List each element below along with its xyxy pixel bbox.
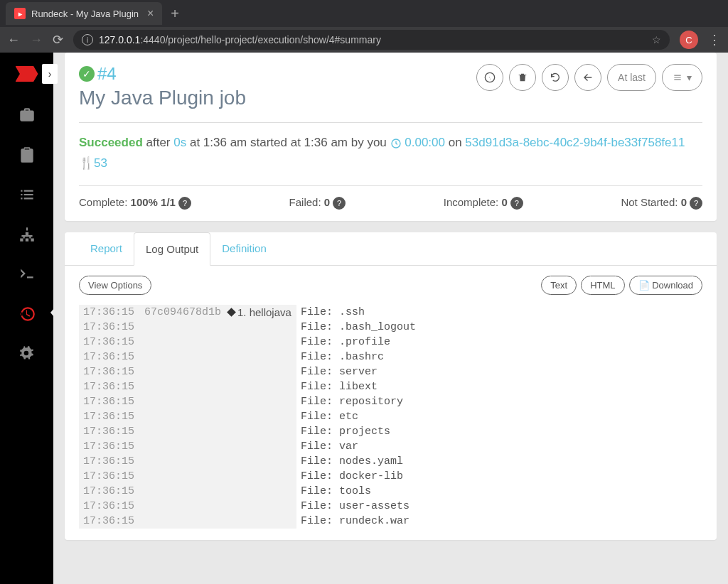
log-time: 17:36:15 [79,439,140,454]
log-step [224,320,296,335]
action-buttons: At last ▾ [476,64,702,91]
status-line: Succeeded after 0s at 1:36 am started at… [79,122,702,174]
sidebar-item-commands[interactable] [0,175,53,215]
url-path: :4440/project/hello-project/execution/sh… [140,34,381,45]
view-options-button[interactable]: View Options [79,276,151,295]
exec-id-link[interactable]: 53d91d3a-8ebc-40c2-9b4f-be33f758fe11 [465,136,685,149]
back-button[interactable]: ← [7,33,20,48]
log-node [140,350,224,364]
url-host: 127.0.0.1 [99,34,140,45]
html-button[interactable]: HTML [581,276,624,295]
info-button[interactable] [476,64,503,91]
log-step [224,364,296,379]
address-bar: ← → ⟳ i 127.0.0.1:4440/project/hello-pro… [0,27,728,53]
duration-link[interactable]: 0s [173,136,186,149]
log-step [224,454,296,469]
tab-definition[interactable]: Definition [210,232,278,265]
execution-number: ✓ #4 [79,64,246,84]
diamond-icon [227,308,236,317]
sidebar-item-jobs[interactable] [0,95,53,135]
at-last-button[interactable]: At last [607,64,656,91]
log-time: 17:36:15 [79,305,140,320]
sidebar-expand-icon[interactable]: › [42,64,58,84]
options-row: View Options Text HTML 📄 Download [79,276,702,295]
rundeck-logo-icon[interactable] [16,66,38,82]
sidebar-item-settings[interactable] [0,334,53,374]
tab-close-icon[interactable]: × [147,7,154,20]
sidebar: › [0,53,53,584]
help-icon[interactable]: ? [510,197,523,210]
menu-dropdown-button[interactable]: ▾ [662,64,702,91]
log-message: File: repository [296,394,702,409]
tab-report[interactable]: Report [79,232,134,265]
log-row: 17:36:15File: nodes.yaml [79,454,702,469]
sidebar-item-topology[interactable] [0,215,53,254]
log-message: File: .ssh [296,305,702,320]
star-icon[interactable]: ☆ [652,34,661,45]
log-row: 17:36:15File: etc [79,409,702,424]
log-time: 17:36:15 [79,350,140,364]
log-row: 17:36:1567c094678d1b 1. hellojavaFile: .… [79,305,702,320]
log-node [140,409,224,424]
stat-notstarted: Not Started: 0? [621,196,702,210]
profile-avatar[interactable]: C [680,31,698,49]
log-message: File: var [296,439,702,454]
chevron-down-icon: ▾ [687,72,692,83]
back-arrow-button[interactable] [574,64,601,91]
log-step [224,484,296,499]
browser-chrome: ▸ Rundeck - My Java Plugin × + ← → ⟳ i 1… [0,0,728,53]
log-step [224,439,296,454]
download-button[interactable]: 📄 Download [629,276,702,295]
tab-log-output[interactable]: Log Output [134,232,210,266]
sidebar-item-activity[interactable] [0,294,53,334]
success-check-icon: ✓ [79,66,95,82]
help-icon[interactable]: ? [690,197,702,210]
log-time: 17:36:15 [79,484,140,499]
active-indicator [50,304,58,321]
log-message: File: etc [296,409,702,424]
help-icon[interactable]: ? [333,197,346,210]
log-message: File: libext [296,379,702,394]
text-button[interactable]: Text [541,276,577,295]
forward-button[interactable]: → [30,33,43,48]
log-row: 17:36:15File: .bashrc [79,350,702,364]
log-time: 17:36:15 [79,394,140,409]
delete-button[interactable] [509,64,536,91]
count-link[interactable]: 53 [94,156,107,170]
log-row: 17:36:15File: projects [79,424,702,439]
stat-failed: Failed: 0? [289,196,346,210]
log-table: 17:36:1567c094678d1b 1. hellojavaFile: .… [79,305,702,529]
history-icon [18,305,36,323]
trash-icon [517,72,528,83]
log-node [140,469,224,484]
reload-button[interactable]: ⟳ [53,32,63,48]
log-time: 17:36:15 [79,320,140,335]
log-time: 17:36:15 [79,335,140,350]
url-field[interactable]: i 127.0.0.1:4440/project/hello-project/e… [73,30,670,50]
elapsed-link[interactable]: 0.00:00 [405,136,445,149]
sidebar-item-terminal[interactable] [0,254,53,294]
log-step [224,379,296,394]
log-node [140,335,224,350]
app-frame: › ✓ #4 [0,53,728,584]
log-step [224,499,296,514]
site-info-icon[interactable]: i [82,34,93,45]
log-row: 17:36:15File: var [79,439,702,454]
log-row: 17:36:15File: server [79,364,702,379]
new-tab-button[interactable]: + [171,6,179,22]
log-step [224,394,296,409]
sidebar-item-nodes[interactable] [0,135,53,175]
log-message: File: nodes.yaml [296,454,702,469]
log-message: File: user-assets [296,499,702,514]
browser-menu-icon[interactable]: ⋮ [708,32,721,48]
log-node [140,514,224,529]
favicon-icon: ▸ [14,8,26,19]
log-node [140,320,224,335]
tab-title: Rundeck - My Java Plugin [31,9,139,19]
refresh-button[interactable] [542,64,569,91]
log-step [224,469,296,484]
help-icon[interactable]: ? [178,197,191,210]
menu-icon [673,72,682,82]
browser-tab[interactable]: ▸ Rundeck - My Java Plugin × [6,2,162,25]
log-row: 17:36:15File: tools [79,484,702,499]
